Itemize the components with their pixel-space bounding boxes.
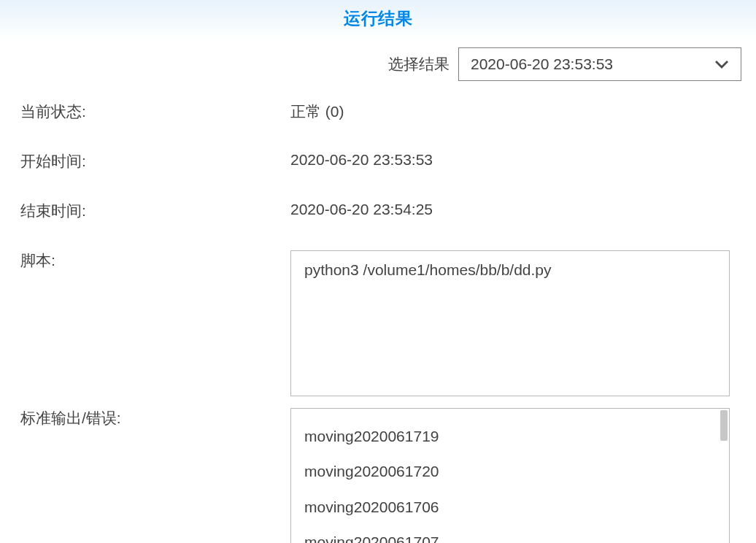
- script-content[interactable]: python3 /volume1/homes/bb/b/dd.py: [290, 250, 730, 396]
- start-time-value: 2020-06-20 23:53:53: [290, 151, 433, 169]
- status-row: 当前状态: 正常 (0): [0, 101, 756, 122]
- start-time-row: 开始时间: 2020-06-20 23:53:53: [0, 151, 756, 172]
- script-label: 脚本:: [20, 250, 290, 271]
- result-dropdown[interactable]: 2020-06-20 23:53:53: [458, 47, 741, 81]
- output-box: moving2020061719moving2020061720moving20…: [290, 408, 730, 543]
- output-line: moving2020061719: [304, 419, 706, 454]
- status-label: 当前状态:: [20, 101, 290, 122]
- chevron-down-icon: [714, 60, 729, 69]
- result-dropdown-value: 2020-06-20 23:53:53: [471, 55, 613, 73]
- end-time-value: 2020-06-20 23:54:25: [290, 201, 433, 218]
- output-line: moving2020061707: [304, 525, 706, 543]
- end-time-row: 结束时间: 2020-06-20 23:54:25: [0, 201, 756, 221]
- end-time-label: 结束时间:: [20, 201, 290, 221]
- script-row: 脚本: python3 /volume1/homes/bb/b/dd.py: [0, 250, 756, 396]
- result-selector-row: 选择结果 2020-06-20 23:53:53: [0, 40, 756, 101]
- output-content[interactable]: moving2020061719moving2020061720moving20…: [291, 409, 719, 543]
- status-value: 正常 (0): [290, 101, 344, 122]
- dialog-header: 运行结果: [0, 0, 756, 40]
- output-line: moving2020061706: [304, 490, 706, 525]
- output-line: moving2020061720: [304, 454, 706, 489]
- dialog-title: 运行结果: [344, 9, 412, 28]
- scrollbar[interactable]: [719, 409, 729, 543]
- scrollbar-thumb[interactable]: [720, 410, 728, 441]
- output-row: 标准输出/错误: moving2020061719moving202006172…: [0, 408, 756, 543]
- output-label: 标准输出/错误:: [20, 408, 290, 428]
- start-time-label: 开始时间:: [20, 151, 290, 172]
- select-result-label: 选择结果: [388, 54, 450, 74]
